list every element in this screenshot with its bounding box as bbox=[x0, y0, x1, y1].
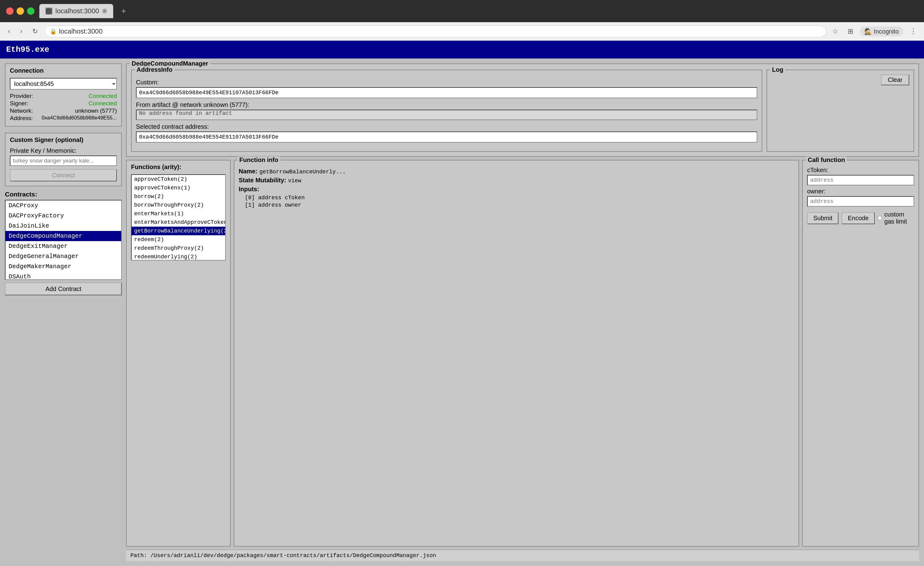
forward-button[interactable]: › bbox=[17, 26, 25, 37]
address-info-legend: AddressInfo bbox=[135, 66, 174, 73]
function-item-borrow[interactable]: borrow(2) bbox=[132, 192, 225, 201]
function-item-entermarkets[interactable]: enterMarkets(1) bbox=[132, 209, 225, 218]
address-label: Address: bbox=[10, 115, 33, 122]
ctoken-label: cToken: bbox=[807, 167, 914, 174]
owner-label: owner: bbox=[807, 188, 914, 195]
contract-item-dedgemakermanager[interactable]: DedgeMakerManager bbox=[6, 262, 121, 272]
function-item-borrowthroughproxy[interactable]: borrowThroughProxy(2) bbox=[132, 201, 225, 209]
function-item-approvectokens[interactable]: approveCTokens(1) bbox=[132, 184, 225, 192]
inputs-label-row: Inputs: bbox=[239, 186, 794, 193]
encode-button[interactable]: Encode bbox=[842, 212, 875, 224]
contract-item-dacproxy[interactable]: DACProxy bbox=[6, 200, 121, 211]
refresh-button[interactable]: ↻ bbox=[29, 26, 41, 37]
log-legend: Log bbox=[770, 66, 785, 73]
tab-favicon-icon: ⚙ bbox=[45, 8, 52, 15]
connect-button[interactable]: Connect bbox=[10, 169, 117, 181]
function-name-row: Name: getBorrowBalanceUnderly... bbox=[239, 168, 794, 175]
custom-gas-label: custom gas limit bbox=[884, 211, 914, 225]
lock-icon: 🔒 bbox=[50, 28, 57, 35]
address-bar[interactable]: 🔒 localhost:3000 bbox=[45, 26, 826, 37]
custom-address-label: Custom: bbox=[136, 79, 757, 86]
signer-value: Connected bbox=[36, 100, 117, 107]
function-item-redeemunderlying[interactable]: redeemUnderlying(2) bbox=[132, 253, 225, 260]
contract-item-dedgecompoundmanager[interactable]: DedgeCompoundManager bbox=[6, 231, 121, 241]
active-tab[interactable]: ⚙ localhost:3000 ✕ bbox=[39, 4, 113, 18]
contract-item-daijoinlike[interactable]: DaiJoinLike bbox=[6, 221, 121, 231]
custom-gas-checkbox[interactable] bbox=[878, 215, 882, 221]
contract-item-dsauth[interactable]: DSAuth bbox=[6, 272, 121, 280]
provider-value: Connected bbox=[36, 93, 117, 99]
contract-item-dacproxyfactory[interactable]: DACProxyFactory bbox=[6, 211, 121, 221]
contracts-list[interactable]: DACProxy DACProxyFactory DaiJoinLike Ded… bbox=[5, 200, 122, 280]
new-tab-button[interactable]: + bbox=[118, 5, 129, 17]
functions-fieldset: Functions (arity): approveCToken(2) appr… bbox=[126, 160, 231, 546]
inputs-label: Inputs: bbox=[239, 186, 259, 193]
bookmark-button[interactable]: ☆ bbox=[830, 26, 841, 37]
bottom-section: Functions (arity): approveCToken(2) appr… bbox=[126, 160, 919, 546]
nav-bar: ‹ › ↻ 🔒 localhost:3000 ☆ ⊞ 🕵 Incognito ⋮ bbox=[0, 22, 924, 41]
screenshot-button[interactable]: ⊞ bbox=[845, 26, 856, 37]
address-value: 0xa4C9d66d6058b988e49E55... bbox=[36, 115, 117, 122]
ctoken-input[interactable] bbox=[807, 175, 914, 185]
functions-legend: Functions (arity): bbox=[131, 164, 226, 171]
app-header: Eth95.exe bbox=[0, 41, 924, 59]
app-container: Eth95.exe Connection localhost:8545 Prov… bbox=[0, 41, 924, 566]
functions-list[interactable]: approveCToken(2) approveCTokens(1) borro… bbox=[131, 174, 226, 260]
signer-label: Signer: bbox=[10, 100, 33, 107]
address-info-fieldset: AddressInfo Custom: From artifact @ netw… bbox=[131, 69, 762, 152]
tab-close-button[interactable]: ✕ bbox=[102, 9, 107, 14]
title-bar: ⚙ localhost:3000 ✕ + bbox=[0, 0, 924, 22]
artifact-address-value: No address found in artifact bbox=[136, 110, 757, 120]
contract-item-dedgegeneralmanager[interactable]: DedgeGeneralManager bbox=[6, 251, 121, 262]
function-item-entermarketsandapprove[interactable]: enterMarketsAndApproveCTokens( bbox=[132, 218, 225, 227]
connection-select[interactable]: localhost:8545 bbox=[10, 78, 117, 90]
left-panel: Connection localhost:8545 Provider: Conn… bbox=[5, 63, 122, 561]
state-mutability-row: State Mutability: view bbox=[239, 177, 794, 184]
connection-fieldset: Connection localhost:8545 Provider: Conn… bbox=[5, 63, 122, 126]
custom-signer-legend: Custom Signer (optional) bbox=[10, 136, 117, 143]
function-name-label: Name: bbox=[239, 168, 258, 175]
function-info-legend: Function info bbox=[237, 157, 280, 164]
function-item-getborrowbalanceunderlying[interactable]: getBorrowBalanceUnderlying(2) bbox=[132, 227, 225, 235]
function-name-value: getBorrowBalanceUnderly... bbox=[259, 169, 346, 175]
call-function-legend: Call function bbox=[806, 157, 847, 164]
submit-button[interactable]: Submit bbox=[807, 212, 838, 224]
contract-item-dedgeexitmanager[interactable]: DedgeExitManager bbox=[6, 241, 121, 251]
state-mutability-label: State Mutability: bbox=[239, 177, 286, 184]
function-item-redeem[interactable]: redeem(2) bbox=[132, 235, 225, 244]
browser-frame: ⚙ localhost:3000 ✕ + ‹ › ↻ 🔒 localhost:3… bbox=[0, 0, 924, 566]
contracts-section: Contracts: DACProxy DACProxyFactory DaiJ… bbox=[5, 191, 122, 295]
incognito-icon: 🕵 bbox=[864, 28, 872, 35]
input-0: [0] address cToken bbox=[239, 195, 794, 201]
menu-button[interactable]: ⋮ bbox=[908, 26, 919, 37]
custom-address-input[interactable] bbox=[136, 87, 757, 98]
app-body: Connection localhost:8545 Provider: Conn… bbox=[0, 59, 924, 566]
maximize-window-button[interactable] bbox=[27, 8, 34, 15]
minimize-window-button[interactable] bbox=[16, 8, 24, 15]
pk-label: Private Key / Mnemonic: bbox=[10, 147, 117, 154]
path-bar: Path: /Users/adrianli/dev/dedge/packages… bbox=[126, 550, 919, 561]
nav-actions: ☆ ⊞ 🕵 Incognito ⋮ bbox=[830, 26, 919, 37]
custom-gas-row: custom gas limit bbox=[878, 211, 914, 225]
contracts-label: Contracts: bbox=[5, 191, 122, 198]
selected-address-label: Selected contract address: bbox=[136, 123, 757, 130]
selected-address-group: Selected contract address: bbox=[136, 123, 757, 143]
connection-legend: Connection bbox=[10, 67, 117, 74]
pk-input[interactable] bbox=[10, 155, 117, 166]
incognito-badge: 🕵 Incognito bbox=[860, 27, 903, 36]
app-title: Eth95.exe bbox=[6, 45, 49, 54]
clear-button[interactable]: Clear bbox=[881, 75, 909, 85]
selected-address-input[interactable] bbox=[136, 131, 757, 143]
back-button[interactable]: ‹ bbox=[5, 26, 13, 37]
add-contract-button[interactable]: Add Contract bbox=[5, 282, 122, 295]
owner-input[interactable] bbox=[807, 196, 914, 207]
right-panel: DedgeCompoundManager AddressInfo Custom:… bbox=[126, 63, 919, 561]
function-item-approvectoken[interactable]: approveCToken(2) bbox=[132, 175, 225, 184]
url-text: localhost:3000 bbox=[59, 27, 103, 35]
state-mutability-value: view bbox=[288, 178, 301, 184]
log-content bbox=[771, 85, 909, 147]
close-window-button[interactable] bbox=[6, 8, 14, 15]
artifact-address-group: From artifact @ network unknown (5777): … bbox=[136, 101, 757, 120]
function-item-redeemthroughproxy[interactable]: redeemThroughProxy(2) bbox=[132, 244, 225, 253]
log-fieldset: Log Clear bbox=[766, 69, 914, 152]
